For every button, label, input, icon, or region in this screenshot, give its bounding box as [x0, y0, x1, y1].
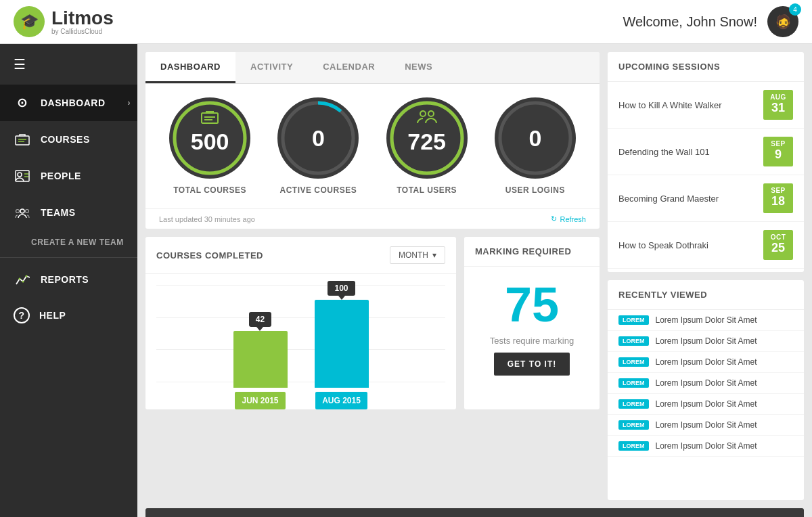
svg-point-10	[19, 278, 21, 280]
marking-required-card: MARKING REQUIRED 75 Tests require markin…	[464, 237, 600, 409]
nav-arrow: ›	[128, 98, 131, 108]
stat-circle-user-logins: 0	[495, 97, 576, 179]
content-area: DASHBOARD ACTIVITY CALENDAR NEWS	[137, 44, 812, 517]
sidebar-item-reports[interactable]: REPORTS	[0, 261, 137, 298]
chart-month-dropdown[interactable]: MONTH ▾	[390, 246, 445, 264]
recent-text-6: Lorem Ipsum Dolor Sit Amet	[656, 441, 757, 451]
lorem-badge-2: LOREM	[618, 357, 649, 367]
stat-circle-total-courses: 500	[169, 97, 250, 179]
stat-label-total-users: TOTAL USERS	[397, 185, 457, 195]
session-item-2[interactable]: Becoming Grand Maester SEP 18	[608, 175, 804, 222]
session-month-0: AUG	[770, 94, 786, 101]
recent-item-6[interactable]: LOREM Lorem Ipsum Dolor Sit Amet	[608, 436, 804, 457]
bar-month-jun: JUN 2015	[235, 392, 285, 409]
top-header: 🎓 Litmos by CallidusCloud Welcome, John …	[0, 0, 812, 44]
session-month-1: SEP	[771, 141, 786, 148]
recent-text-1: Lorem Ipsum Dolor Sit Amet	[656, 336, 757, 346]
lorem-badge-6: LOREM	[618, 441, 649, 451]
sidebar-item-people[interactable]: PEOPLE	[0, 158, 137, 194]
session-day-1: 9	[775, 148, 782, 162]
chart-line	[156, 317, 445, 318]
stats-row: 500 TOTAL COURSES	[145, 84, 600, 208]
get-to-it-button[interactable]: GET TO IT!	[494, 353, 570, 376]
session-item-4[interactable]: One-Handed Sword Fighting OCT 26	[608, 269, 804, 272]
stat-label-user-logins: USER LOGINS	[505, 185, 565, 195]
bar-label-100: 100	[328, 281, 355, 296]
stat-circle-total-users: 725	[386, 97, 468, 179]
sidebar-item-teams[interactable]: TEAMS	[0, 194, 137, 231]
recent-text-2: Lorem Ipsum Dolor Sit Amet	[656, 357, 757, 367]
tab-news[interactable]: NEWS	[390, 52, 447, 83]
recent-item-0[interactable]: LOREM Lorem Ipsum Dolor Sit Amet	[608, 310, 804, 331]
lorem-badge-4: LOREM	[618, 399, 649, 409]
upcoming-sessions-card: UPCOMING SESSIONS How to Kill A White Wa…	[608, 52, 804, 272]
refresh-link[interactable]: ↻ Refresh	[551, 215, 586, 223]
bar-green	[233, 331, 288, 388]
sidebar-label-reports: REPORTS	[41, 274, 89, 285]
logo-icon: 🎓	[14, 6, 45, 37]
courses-icon	[14, 131, 31, 148]
tabs-bar: DASHBOARD ACTIVITY CALENDAR NEWS	[145, 52, 600, 84]
marking-body: 75 Tests require marking GET TO IT!	[464, 267, 600, 389]
top-two-col: DASHBOARD ACTIVITY CALENDAR NEWS	[145, 52, 804, 500]
stat-label-active-courses: ACTIVE COURSES	[280, 185, 357, 195]
sidebar-item-help[interactable]: ? HELP	[0, 298, 137, 333]
marking-text: Tests require marking	[490, 336, 574, 346]
avatar-wrapper[interactable]: 🧔 4	[767, 6, 798, 37]
recent-item-4[interactable]: LOREM Lorem Ipsum Dolor Sit Amet	[608, 394, 804, 415]
upcoming-header: UPCOMING SESSIONS	[608, 52, 804, 82]
marking-number: 75	[505, 280, 559, 329]
lorem-badge-3: LOREM	[618, 378, 649, 388]
chart-line	[156, 285, 445, 286]
sidebar: ☰ ⊙ DASHBOARD › COURSES	[0, 44, 137, 517]
sidebar-label-teams: TEAMS	[41, 207, 76, 218]
lorem-badge-5: LOREM	[618, 420, 649, 430]
courses-completed-card: COURSES COMPLETED MONTH ▾	[145, 237, 456, 409]
session-item-1[interactable]: Defending the Wall 101 SEP 9	[608, 129, 804, 175]
sidebar-label-help: HELP	[39, 310, 66, 321]
recent-item-3[interactable]: LOREM Lorem Ipsum Dolor Sit Amet	[608, 373, 804, 394]
session-month-3: OCT	[771, 234, 786, 241]
refresh-icon: ↻	[551, 215, 557, 223]
tab-activity[interactable]: ACTIVITY	[235, 52, 308, 83]
session-day-3: 25	[771, 241, 785, 256]
svg-point-18	[283, 103, 353, 173]
welcome-text: Welcome, John Snow!	[623, 14, 757, 30]
bottom-section: REPORTS AT A GLANCE MONTH ▾ MAY JUNE JUL…	[145, 508, 804, 517]
recent-text-0: Lorem Ipsum Dolor Sit Amet	[656, 315, 757, 325]
dashboard-content: DASHBOARD ACTIVITY CALENDAR NEWS	[137, 44, 812, 517]
help-icon: ?	[14, 307, 30, 323]
logo-area: 🎓 Litmos by CallidusCloud	[14, 6, 114, 37]
tab-dashboard[interactable]: DASHBOARD	[145, 52, 235, 83]
courses-stat-icon	[200, 110, 219, 125]
marking-card-header: MARKING REQUIRED	[464, 237, 600, 267]
session-item-0[interactable]: How to Kill A White Walker AUG 31	[608, 82, 804, 129]
svg-point-24	[500, 103, 570, 173]
session-date-1: SEP 9	[763, 137, 793, 166]
chart-area: 42 JUN 2015 100 AUG 2015	[145, 274, 456, 409]
tab-calendar[interactable]: CALENDAR	[308, 52, 390, 83]
notification-badge: 4	[789, 3, 801, 16]
session-date-0: AUG 31	[763, 90, 793, 120]
chart-card-title: COURSES COMPLETED	[156, 250, 263, 261]
main-card: DASHBOARD ACTIVITY CALENDAR NEWS	[145, 52, 600, 229]
sidebar-item-courses[interactable]: COURSES	[0, 121, 137, 158]
circle-progress-active	[277, 97, 359, 179]
hamburger-button[interactable]: ☰	[0, 44, 137, 85]
last-updated-text: Last updated 30 minutes ago	[159, 215, 255, 223]
chart-line	[156, 349, 445, 350]
session-date-2: SEP 18	[763, 183, 793, 213]
recent-item-1[interactable]: LOREM Lorem Ipsum Dolor Sit Amet	[608, 331, 804, 352]
bar-jun-2015: 42 JUN 2015	[233, 312, 288, 409]
recent-item-5[interactable]: LOREM Lorem Ipsum Dolor Sit Amet	[608, 415, 804, 436]
session-name-0: How to Kill A White Walker	[618, 100, 722, 110]
session-day-0: 31	[771, 101, 785, 116]
sidebar-item-dashboard[interactable]: ⊙ DASHBOARD ›	[0, 85, 137, 121]
stat-label-total-courses: TOTAL COURSES	[173, 185, 246, 195]
bar-month-aug: AUG 2015	[315, 392, 367, 409]
recent-list: LOREM Lorem Ipsum Dolor Sit Amet LOREM L…	[608, 310, 804, 457]
sidebar-item-create-team[interactable]: CREATE A NEW TEAM	[0, 231, 137, 254]
recent-item-2[interactable]: LOREM Lorem Ipsum Dolor Sit Amet	[608, 352, 804, 373]
session-item-3[interactable]: How to Speak Dothraki OCT 25	[608, 222, 804, 269]
user-area: Welcome, John Snow! 🧔 4	[623, 6, 798, 37]
